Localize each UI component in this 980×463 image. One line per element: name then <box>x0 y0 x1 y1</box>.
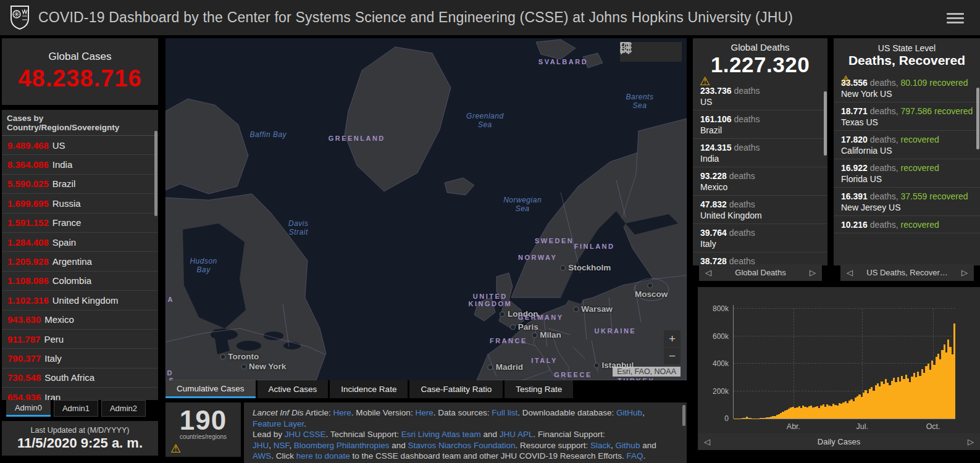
info-line: Feature Layer. <box>253 419 678 430</box>
us-death-row[interactable]: 16.922 deaths, recoveredFlorida US <box>834 159 980 188</box>
tab-admin0[interactable]: Admin0 <box>6 400 51 417</box>
map-tab-incidence-rate[interactable]: Incidence Rate <box>330 380 408 398</box>
us-line: 17.820 deaths, recovered <box>841 134 980 145</box>
global-deaths-list: 233.736 deathsUS161.106 deathsBrazil124.… <box>693 82 827 265</box>
tab-admin2[interactable]: Admin2 <box>101 400 146 417</box>
info-line: JHU, NSF, Bloomberg Philanthropies and S… <box>253 440 678 451</box>
death-count: 93.228 <box>700 171 727 181</box>
map-land-shapes <box>165 38 687 380</box>
x-tick-label: Abr. <box>787 422 800 431</box>
country-case-row[interactable]: 1.205.928Argentina <box>2 252 158 271</box>
info-link[interactable]: Stavros Niarchos Foundation <box>408 441 515 450</box>
us-death-row[interactable]: 18.771 deaths, 797.586 recoveredTexas US <box>834 102 980 131</box>
last-updated-label: Last Updated at (M/D/YYYY) <box>2 426 158 435</box>
country-case-row[interactable]: 1.284.408Spain <box>2 233 158 252</box>
chart-nav: ◁ Daily Cases ▷ <box>698 433 980 450</box>
country-case-row[interactable]: 911.787Peru <box>2 330 158 349</box>
info-link[interactable]: JHU CSSE <box>285 430 326 439</box>
case-count: 1.108.086 <box>7 275 49 286</box>
us-panel-scrollbar[interactable] <box>976 88 979 149</box>
map-layer-tabs: Cumulative CasesActive CasesIncidence Ra… <box>165 380 687 398</box>
y-tick-label: 0 <box>724 414 729 423</box>
info-link[interactable]: here to donate <box>296 451 350 461</box>
country-case-row[interactable]: 790.377Italy <box>2 349 158 368</box>
warning-icon: ⚠ <box>840 74 851 86</box>
country-name: United Kingdom <box>52 295 119 306</box>
map-tab-cumulative-cases[interactable]: Cumulative Cases <box>165 380 256 398</box>
death-row[interactable]: 93.228 deathsMexico <box>693 167 827 196</box>
info-link[interactable]: FAQ <box>627 451 643 461</box>
info-link[interactable]: Here <box>333 408 351 417</box>
us-death-row[interactable]: 17.820 deaths, recoveredCalifornia US <box>834 131 980 159</box>
info-link[interactable]: NSF <box>274 441 290 450</box>
info-link[interactable]: GitHub <box>616 408 642 417</box>
info-link[interactable]: Bloomberg Philanthropies <box>294 441 390 450</box>
map-tab-active-cases[interactable]: Active Cases <box>258 380 329 398</box>
death-country: Mexico <box>700 181 827 193</box>
prev-arrow-icon[interactable]: ◁ <box>847 268 853 277</box>
country-name: France <box>52 217 82 228</box>
country-case-row[interactable]: 1.102.316United Kingdom <box>2 291 158 310</box>
country-case-row[interactable]: 5.590.025Brazil <box>2 175 158 194</box>
info-link[interactable]: Full list <box>492 408 517 417</box>
map-tab-case-fatality-ratio[interactable]: Case-Fatality Ratio <box>409 380 503 398</box>
tab-admin1[interactable]: Admin1 <box>54 400 98 417</box>
info-link[interactable]: Here <box>415 408 433 417</box>
cases-list-scrollbar[interactable] <box>154 131 157 216</box>
info-link[interactable]: Github <box>616 441 640 450</box>
death-count: 124.315 <box>700 143 732 152</box>
y-tick-label: 400k <box>713 359 729 368</box>
info-link[interactable]: Esri Living Atlas team <box>401 430 481 439</box>
country-case-row[interactable]: 1.591.152France <box>2 214 158 233</box>
info-link[interactable]: JHU APL <box>500 430 534 439</box>
death-row[interactable]: 161.106 deathsBrazil <box>693 111 827 139</box>
next-arrow-icon[interactable]: ▷ <box>961 268 968 277</box>
us-panel-nav-label: US Deaths, Recover… <box>866 268 948 277</box>
country-case-row[interactable]: 943.630Mexico <box>2 311 158 330</box>
warning-icon: ⚠ <box>170 443 181 454</box>
hamburger-menu-icon[interactable] <box>947 10 964 24</box>
death-row[interactable]: 233.736 deathsUS <box>693 82 827 111</box>
info-text: . <box>304 419 306 428</box>
us-death-row[interactable]: 16.391 deaths, 37.559 recoveredNew Jerse… <box>834 188 980 216</box>
country-case-row[interactable]: 730.548South Africa <box>2 369 158 388</box>
country-name: Colombia <box>52 275 91 286</box>
info-link[interactable]: AWS <box>253 451 271 461</box>
info-link[interactable]: Feature Layer <box>253 419 304 428</box>
zoom-in-button[interactable]: + <box>664 330 681 347</box>
country-case-row[interactable]: 9.489.468US <box>2 136 158 155</box>
country-case-row[interactable]: 8.364.086India <box>2 155 158 174</box>
info-text: , <box>611 441 616 450</box>
us-death-row[interactable]: 33.556 deaths, 80.109 recoveredNew York … <box>834 74 980 102</box>
death-row[interactable]: 124.315 deathsIndia <box>693 139 827 167</box>
zoom-out-button[interactable]: − <box>664 348 681 364</box>
y-tick-label: 800k <box>713 304 729 313</box>
info-text: Lancet Inf Dis <box>253 408 304 417</box>
global-cases-value: 48.238.716 <box>2 65 158 92</box>
death-row[interactable]: 39.764 deathsItaly <box>693 224 827 252</box>
country-name: Argentina <box>52 256 92 267</box>
info-text: . Technical Support: <box>326 430 401 439</box>
next-arrow-icon[interactable]: ▷ <box>968 437 974 446</box>
country-case-row[interactable]: 1.108.086Colombia <box>2 272 158 291</box>
info-scrollbar[interactable] <box>682 405 685 426</box>
next-arrow-icon[interactable]: ▷ <box>810 268 816 277</box>
info-text: Lead by <box>253 430 285 439</box>
us-death-count: 18.771 <box>841 106 868 116</box>
info-link[interactable]: Slack <box>590 441 611 450</box>
world-map[interactable]: SVALBARDBarents SeaGreenland SeaGREENLAN… <box>165 38 687 380</box>
info-link[interactable]: JHU <box>253 441 269 450</box>
death-row[interactable]: 47.832 deathsUnited Kingdom <box>693 196 827 224</box>
country-case-row[interactable]: 1.699.695Russia <box>2 194 158 213</box>
death-row[interactable]: 38.728 deaths <box>693 252 827 265</box>
country-case-row[interactable]: 654.936Iran <box>2 388 158 400</box>
prev-arrow-icon[interactable]: ◁ <box>705 268 711 277</box>
us-panel-nav: ◁ US Deaths, Recover… ▷ <box>840 264 974 281</box>
countries-count: 190 <box>165 405 241 436</box>
global-deaths-scrollbar[interactable] <box>824 91 827 156</box>
info-text: . Mobile Version: <box>351 408 416 417</box>
map-tab-testing-rate[interactable]: Testing Rate <box>505 380 573 398</box>
us-death-row[interactable]: 10.216 deaths, recovered <box>834 216 980 233</box>
prev-arrow-icon[interactable]: ◁ <box>704 437 710 446</box>
country-name: US <box>52 140 65 151</box>
